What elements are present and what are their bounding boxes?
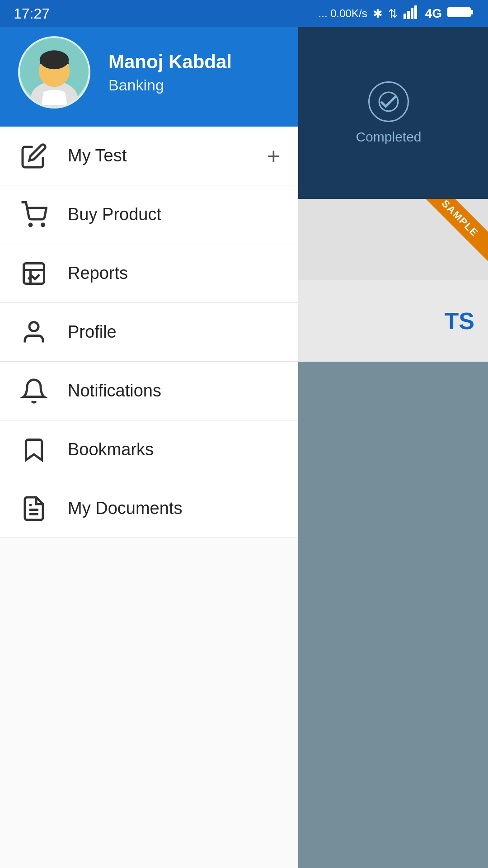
- status-time: 17:27: [14, 5, 50, 22]
- menu-label-my-test: My Test: [68, 146, 267, 165]
- person-icon: [18, 316, 50, 348]
- menu-item-buy-product[interactable]: Buy Product: [0, 185, 298, 244]
- svg-rect-14: [404, 14, 406, 19]
- user-name: Manoj Kabdal: [108, 51, 232, 73]
- svg-rect-17: [414, 5, 417, 19]
- chart-icon: [18, 258, 50, 289]
- menu-item-bookmarks[interactable]: Bookmarks: [0, 420, 298, 479]
- bluetooth-icon: ✱: [373, 7, 383, 21]
- completed-section[interactable]: Completed: [289, 27, 488, 199]
- sample-badge: SAMPLE: [417, 199, 488, 261]
- svg-rect-15: [407, 11, 410, 19]
- menu-label-notifications: Notifications: [68, 381, 280, 401]
- status-icons: ... 0.00K/s ✱ ⇅ 4G: [319, 5, 474, 22]
- navigation-drawer: Manoj Kabdal Banking My Test + Buy Produ…: [0, 0, 298, 868]
- svg-rect-19: [470, 10, 473, 14]
- status-bar: 17:27 ... 0.00K/s ✱ ⇅ 4G: [0, 0, 488, 27]
- user-role: Banking: [108, 76, 232, 94]
- add-my-test-button[interactable]: +: [267, 143, 280, 169]
- menu-item-profile[interactable]: Profile: [0, 303, 298, 362]
- menu-label-bookmarks: Bookmarks: [68, 440, 280, 459]
- battery-icon: [447, 5, 474, 22]
- svg-point-10: [29, 322, 38, 331]
- completed-label: Completed: [356, 129, 421, 145]
- sample-ribbon: SAMPLE: [407, 199, 488, 280]
- svg-rect-7: [24, 263, 44, 283]
- network-speed: ... 0.00K/s: [319, 7, 367, 20]
- bell-icon: [18, 375, 50, 407]
- signal-bars-icon: [404, 5, 420, 22]
- cart-icon: [18, 199, 50, 231]
- document-icon: [18, 493, 50, 524]
- sample-ribbon-container: SAMPLE: [289, 199, 488, 280]
- ts-area: TS: [289, 280, 488, 362]
- user-info: Manoj Kabdal Banking: [108, 51, 232, 94]
- completed-check-icon: [368, 81, 409, 122]
- menu-item-my-documents[interactable]: My Documents: [0, 479, 298, 538]
- menu-item-notifications[interactable]: Notifications: [0, 362, 298, 420]
- partial-text: TS: [445, 307, 474, 335]
- edit-icon: [18, 140, 50, 172]
- menu-label-buy-product: Buy Product: [68, 205, 280, 224]
- menu-item-my-test[interactable]: My Test +: [0, 127, 298, 185]
- signal-arrows-icon: ⇅: [388, 7, 398, 21]
- svg-rect-18: [448, 8, 470, 17]
- menu-label-profile: Profile: [68, 322, 280, 342]
- avatar: [18, 36, 90, 108]
- network-type: 4G: [425, 6, 442, 21]
- menu-item-reports[interactable]: Reports: [0, 244, 298, 303]
- menu-label-my-documents: My Documents: [68, 499, 280, 518]
- svg-rect-16: [411, 8, 413, 19]
- svg-point-6: [42, 224, 44, 226]
- svg-point-5: [29, 224, 32, 226]
- bookmark-icon: [18, 434, 50, 466]
- menu-label-reports: Reports: [68, 264, 280, 283]
- menu-list: My Test + Buy Product Reports Profile: [0, 127, 298, 868]
